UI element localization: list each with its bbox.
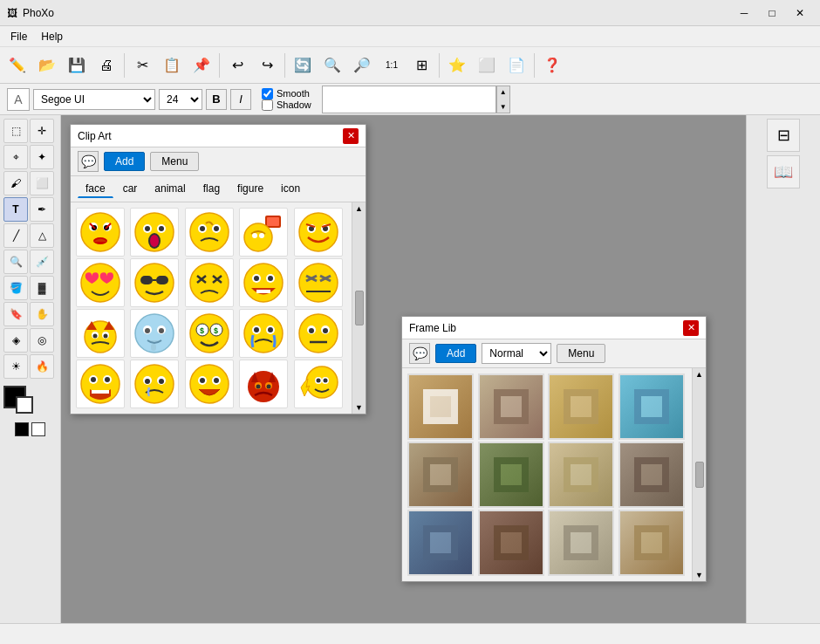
help-button[interactable]: ❓: [538, 51, 566, 79]
frame-item-10[interactable]: [478, 510, 544, 576]
copy2-button[interactable]: 📄: [502, 51, 530, 79]
background-color[interactable]: [16, 396, 33, 414]
minimize-button[interactable]: ─: [731, 4, 757, 22]
blur-tool[interactable]: ◎: [30, 328, 54, 353]
eraser-tool[interactable]: ⬜: [30, 171, 54, 195]
magic-wand-tool[interactable]: ✦: [30, 145, 54, 169]
stamp-tool[interactable]: 🔖: [3, 302, 28, 326]
tab-animal[interactable]: animal: [147, 180, 193, 198]
clip-art-item-4[interactable]: [239, 208, 288, 257]
sharpen-tool[interactable]: ◈: [3, 328, 28, 353]
frame-item-8[interactable]: [618, 442, 685, 508]
clip-art-scrollbar[interactable]: ▲ ▼: [352, 202, 366, 414]
zoom-in-button[interactable]: 🔎: [348, 51, 376, 79]
pen-tool[interactable]: ✒: [30, 197, 54, 222]
clip-art-item-6[interactable]: [76, 258, 125, 307]
clip-art-item-9[interactable]: [239, 258, 288, 307]
tab-figure[interactable]: figure: [229, 180, 271, 198]
clip-art-item-11[interactable]: [76, 309, 125, 358]
clip-art-item-16[interactable]: [76, 360, 125, 408]
clip-art-item-18[interactable]: [185, 360, 234, 408]
star-button[interactable]: ⭐: [443, 51, 471, 79]
clip-art-item-10[interactable]: [294, 258, 343, 307]
fit-button[interactable]: ⊞: [407, 51, 435, 79]
clip-art-item-13[interactable]: $$: [185, 309, 234, 358]
clip-art-item-15[interactable]: [294, 309, 343, 358]
lasso-tool[interactable]: ⌖: [3, 145, 28, 169]
print-button[interactable]: 🖨: [92, 51, 120, 79]
move-tool[interactable]: ✛: [30, 119, 54, 143]
text-preview-scrollbar[interactable]: ▲ ▼: [496, 86, 510, 113]
frame-button[interactable]: ⬜: [473, 51, 501, 79]
frame-item-1[interactable]: [407, 373, 474, 440]
clip-art-add-button[interactable]: Add: [104, 152, 145, 171]
clip-art-chat-icon[interactable]: 💬: [78, 151, 99, 172]
italic-button[interactable]: I: [230, 89, 251, 110]
clip-art-item-7[interactable]: [130, 258, 179, 307]
frame-item-2[interactable]: [478, 373, 544, 440]
cut-button[interactable]: ✂: [128, 51, 156, 79]
tab-car[interactable]: car: [115, 180, 146, 198]
clip-art-item-8[interactable]: [185, 258, 234, 307]
frame-lib-chat-icon[interactable]: 💬: [409, 343, 430, 364]
frame-item-5[interactable]: [407, 442, 474, 508]
open-button[interactable]: 📂: [33, 51, 61, 79]
clip-art-item-17[interactable]: [130, 360, 179, 408]
brush-tool[interactable]: 🖌: [3, 171, 28, 195]
zoom-1x-button[interactable]: 1:1: [378, 51, 406, 79]
clip-art-item-5[interactable]: [294, 208, 343, 257]
menu-file[interactable]: File: [3, 29, 34, 45]
copy-button[interactable]: 📋: [158, 51, 186, 79]
frame-item-6[interactable]: [478, 442, 544, 508]
tab-icon[interactable]: icon: [273, 180, 308, 198]
tab-face[interactable]: face: [78, 180, 113, 198]
clip-art-close-button[interactable]: ✕: [343, 128, 359, 144]
clip-art-item-3[interactable]: [185, 208, 234, 257]
paste-button[interactable]: 📌: [188, 51, 215, 79]
undo-button[interactable]: ↩: [223, 51, 251, 79]
bucket-tool[interactable]: 🪣: [3, 276, 28, 300]
clip-art-item-12[interactable]: [130, 309, 179, 358]
zoom-out-button[interactable]: 🔍: [318, 51, 346, 79]
eyedropper-tool[interactable]: 💉: [30, 250, 54, 274]
frame-lib-close-button[interactable]: ✕: [683, 320, 699, 336]
font-select[interactable]: Segoe UI: [33, 89, 155, 110]
refresh-button[interactable]: 🔄: [289, 51, 317, 79]
frame-lib-scrollbar-thumb[interactable]: [695, 462, 704, 488]
text-tool[interactable]: T: [3, 197, 28, 222]
smudge-tool[interactable]: ✋: [30, 302, 54, 326]
library-button[interactable]: 📖: [767, 155, 800, 188]
dodge-tool[interactable]: ☀: [3, 354, 28, 379]
frame-lib-menu-button[interactable]: Menu: [557, 344, 605, 363]
tab-flag[interactable]: flag: [195, 180, 228, 198]
black-swatch[interactable]: [15, 422, 29, 436]
zoom-tool[interactable]: 🔍: [3, 250, 28, 274]
canvas-area[interactable]: Clip Art ✕ 💬 Add Menu face car animal fl…: [61, 115, 746, 623]
clip-art-item-14[interactable]: [239, 309, 288, 358]
frame-lib-mode-select[interactable]: Normal Stretch Tile: [482, 343, 551, 364]
frame-lib-scrollbar[interactable]: ▲ ▼: [692, 368, 706, 581]
shadow-checkbox[interactable]: [262, 99, 273, 111]
font-size-select[interactable]: 24 8 10 12 14 16 18 20 24 28 36 48 72: [159, 89, 202, 110]
frame-item-12[interactable]: [618, 510, 685, 576]
clip-art-item-1[interactable]: [76, 208, 125, 257]
burn-tool[interactable]: 🔥: [30, 354, 54, 379]
clip-art-scrollbar-thumb[interactable]: [355, 291, 364, 325]
clip-art-menu-button[interactable]: Menu: [150, 152, 199, 171]
clip-art-item-2[interactable]: [130, 208, 179, 257]
frame-item-3[interactable]: [548, 373, 614, 440]
redo-button[interactable]: ↪: [253, 51, 281, 79]
maximize-button[interactable]: □: [759, 4, 785, 22]
menu-help[interactable]: Help: [34, 29, 70, 45]
shape-tool[interactable]: △: [30, 223, 54, 248]
bold-button[interactable]: B: [206, 89, 227, 110]
frame-item-7[interactable]: [548, 442, 614, 508]
selection-tool[interactable]: ⬚: [3, 119, 28, 143]
gradient-tool[interactable]: ▓: [30, 276, 54, 300]
save-button[interactable]: 💾: [63, 51, 91, 79]
frame-item-4[interactable]: [618, 373, 685, 440]
clip-art-item-19[interactable]: [239, 360, 288, 408]
white-swatch[interactable]: [31, 422, 45, 436]
frame-lib-add-button[interactable]: Add: [435, 344, 476, 363]
frame-item-11[interactable]: [548, 510, 614, 576]
